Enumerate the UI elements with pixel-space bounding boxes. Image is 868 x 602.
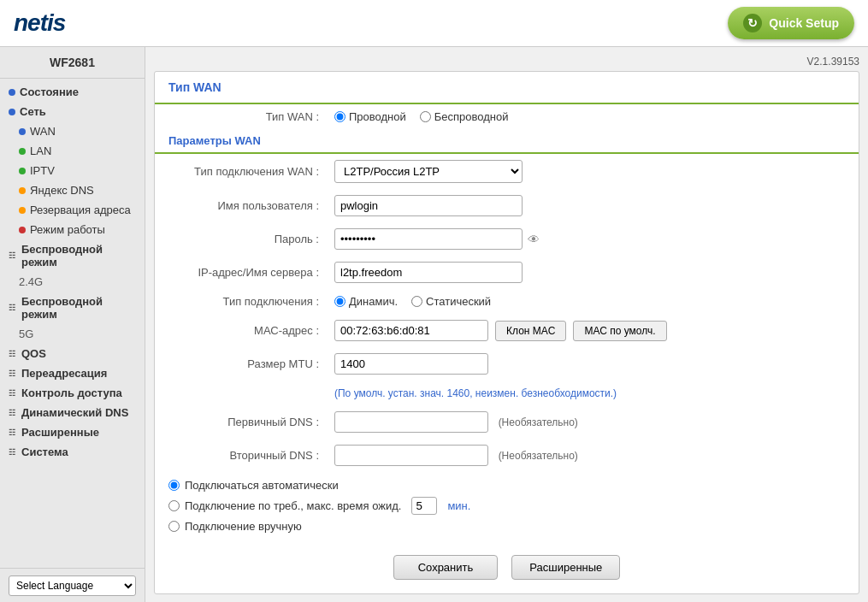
- sidebar-item-wireless-5[interactable]: ☷ Беспроводной режим: [0, 292, 145, 324]
- wan-params-table: Тип подключения WAN : L2TP/Россия L2TP P…: [155, 154, 859, 472]
- ondemand-time-input[interactable]: [411, 497, 437, 515]
- dot-icon: [19, 187, 26, 194]
- grid-icon: ☷: [9, 448, 15, 457]
- wan-type-header: Тип WAN: [155, 72, 859, 104]
- conn-type-dynamic-radio[interactable]: [334, 296, 345, 307]
- grid-icon: ☷: [9, 409, 15, 417]
- password-field-row: 👁: [334, 228, 850, 250]
- sidebar-item-qos[interactable]: ☷ QOS: [0, 344, 145, 363]
- connect-manual-radio[interactable]: [168, 521, 180, 532]
- quick-setup-icon: ↻: [743, 14, 762, 32]
- mac-label: МАС-адрес :: [155, 314, 326, 347]
- wan-type-table: Тип WAN : Проводной Беспроводной: [155, 104, 859, 129]
- grid-icon: ☷: [9, 251, 15, 260]
- advanced-button[interactable]: Расширенные: [511, 555, 620, 580]
- sidebar-item-status[interactable]: Состояние: [0, 82, 145, 102]
- conn-type-row: Тип подключения : Динамич. Статический: [155, 289, 859, 314]
- conn-type-radio-group: Динамич. Статический: [334, 295, 850, 308]
- connect-ondemand-row: Подключение по треб., макс. время ожид. …: [168, 497, 845, 515]
- connect-auto-row: Подключаться автоматически: [168, 479, 845, 492]
- save-button[interactable]: Сохранить: [393, 555, 499, 580]
- sidebar-model: WF2681: [0, 47, 145, 79]
- sidebar-item-work-mode[interactable]: Режим работы: [0, 220, 145, 239]
- sidebar-item-forwarding[interactable]: ☷ Переадресация: [0, 363, 145, 383]
- dot-icon: [19, 207, 26, 214]
- sidebar-item-dyn-dns[interactable]: ☷ Динамический DNS: [0, 403, 145, 422]
- sidebar-item-yandex-dns[interactable]: Яндекс DNS: [0, 180, 145, 200]
- sidebar-item-24g-label: 2.4G: [0, 272, 145, 292]
- conn-type-static-radio[interactable]: [411, 296, 422, 307]
- mtu-hint-row: (По умолч. устан. знач. 1460, неизмен. б…: [155, 381, 859, 405]
- sidebar-item-wan[interactable]: WAN: [0, 121, 145, 141]
- mtu-label: Размер MTU :: [155, 347, 326, 381]
- server-input[interactable]: [334, 262, 523, 283]
- connect-auto-label[interactable]: Подключаться автоматически: [168, 479, 339, 492]
- wan-params-header: Параметры WAN: [155, 129, 859, 154]
- dot-icon: [19, 168, 26, 174]
- connection-type-row: Тип подключения WAN : L2TP/Россия L2TP P…: [155, 154, 859, 189]
- dot-icon: [9, 109, 15, 115]
- mac-default-button[interactable]: МАС по умолч.: [573, 321, 666, 341]
- secondary-dns-optional: (Необязательно): [499, 450, 578, 462]
- wan-type-wired-option[interactable]: Проводной: [334, 110, 406, 123]
- sidebar-language: Select Language English Russian: [0, 568, 145, 602]
- version-label: V2.1.39153: [154, 56, 859, 68]
- connection-type-select[interactable]: L2TP/Россия L2TP PPPoE DHCP Static IP: [334, 160, 523, 183]
- language-select[interactable]: Select Language English Russian: [9, 575, 136, 596]
- secondary-dns-row: Вторичный DNS : (Необязательно): [155, 439, 859, 472]
- conn-type-static-option[interactable]: Статический: [411, 295, 491, 308]
- password-row: Пароль : 👁: [155, 222, 859, 256]
- sidebar-item-system[interactable]: ☷ Система: [0, 442, 145, 462]
- wan-type-wireless-option[interactable]: Беспроводной: [420, 110, 509, 123]
- sidebar-item-iptv[interactable]: IPTV: [0, 161, 145, 180]
- quick-setup-button[interactable]: ↻ Quick Setup: [728, 7, 854, 39]
- username-input[interactable]: [334, 195, 523, 216]
- dot-icon: [19, 128, 26, 135]
- wan-type-wired-radio[interactable]: [334, 111, 345, 122]
- connect-auto-radio[interactable]: [168, 480, 180, 491]
- sidebar-item-reserve-addr[interactable]: Резервация адреса: [0, 200, 145, 220]
- conn-type-label: Тип подключения :: [155, 289, 326, 314]
- primary-dns-optional: (Необязательно): [499, 416, 578, 428]
- sidebar-item-wireless-24[interactable]: ☷ Беспроводной режим: [0, 239, 145, 272]
- mac-row: МАС-адрес : Клон MAC МАС по умолч.: [155, 314, 859, 347]
- grid-icon: ☷: [9, 350, 15, 358]
- sidebar-item-access-ctrl[interactable]: ☷ Контроль доступа: [0, 383, 145, 403]
- conn-type-dynamic-option[interactable]: Динамич.: [334, 295, 398, 308]
- grid-icon: ☷: [9, 389, 15, 398]
- mtu-hint-text: (По умолч. устан. знач. 1460, неизмен. б…: [334, 387, 617, 399]
- secondary-dns-input[interactable]: [334, 445, 488, 466]
- sidebar-item-advanced[interactable]: ☷ Расширенные: [0, 422, 145, 442]
- primary-dns-row: Первичный DNS : (Необязательно): [155, 405, 859, 439]
- sidebar-item-network[interactable]: Сеть: [0, 102, 145, 121]
- connect-ondemand-label[interactable]: Подключение по треб., макс. время ожид.: [168, 499, 401, 512]
- sidebar: WF2681 Состояние Сеть WAN LAN: [0, 47, 145, 602]
- connect-ondemand-radio[interactable]: [168, 500, 180, 511]
- wan-type-wireless-radio[interactable]: [420, 111, 431, 122]
- server-row: IP-адрес/Имя сервера :: [155, 256, 859, 289]
- wan-type-row: Тип WAN : Проводной Беспроводной: [155, 104, 859, 129]
- toggle-password-icon[interactable]: 👁: [528, 233, 540, 246]
- connect-manual-label[interactable]: Подключение вручную: [168, 520, 302, 533]
- mac-clone-button[interactable]: Клон MAC: [495, 321, 566, 341]
- dot-icon: [19, 148, 26, 155]
- sidebar-item-lan[interactable]: LAN: [0, 141, 145, 161]
- secondary-dns-label: Вторичный DNS :: [155, 439, 326, 472]
- action-row: Сохранить Расширенные: [155, 545, 859, 593]
- primary-dns-label: Первичный DNS :: [155, 405, 326, 439]
- logo: netis: [14, 9, 65, 37]
- primary-dns-input[interactable]: [334, 411, 488, 433]
- header: netis ↻ Quick Setup: [0, 0, 868, 47]
- password-input[interactable]: [334, 228, 523, 250]
- content-panel: Тип WAN Тип WAN : Проводной: [154, 71, 859, 594]
- mac-input[interactable]: [334, 320, 488, 341]
- wan-type-label: Тип WAN :: [155, 104, 326, 129]
- username-label: Имя пользователя :: [155, 189, 326, 222]
- grid-icon: ☷: [9, 369, 15, 378]
- grid-icon: ☷: [9, 304, 15, 312]
- sidebar-item-5g-label: 5G: [0, 324, 145, 344]
- mtu-input[interactable]: [334, 353, 488, 375]
- grid-icon: ☷: [9, 428, 15, 437]
- dot-icon: [9, 89, 15, 96]
- password-label: Пароль :: [155, 222, 326, 256]
